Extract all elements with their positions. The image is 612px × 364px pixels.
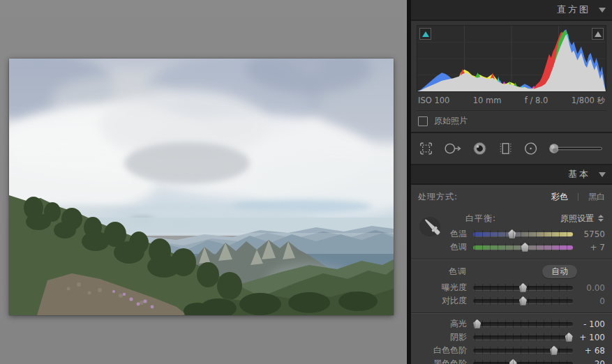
contrast-label: 对比度 (418, 295, 467, 307)
shadows-label: 阴影 (418, 331, 467, 343)
shadows-slider[interactable] (473, 335, 573, 340)
contrast-slider-row: 对比度 0 (411, 294, 612, 308)
blacks-slider-thumb[interactable] (509, 359, 518, 364)
original-photo-label: 原始照片 (434, 115, 468, 127)
highlights-slider-thumb[interactable] (472, 319, 482, 328)
exif-focal-length: 10 mm (473, 96, 502, 106)
spot-removal-icon[interactable] (443, 139, 462, 158)
basic-panel-title: 基本 (568, 168, 590, 181)
histogram-section (411, 21, 612, 92)
right-panel: 直方图 ISO 100 10 mm f / 8.0 (411, 0, 612, 364)
whites-slider-thumb[interactable] (549, 346, 558, 355)
whites-value: + 68 (573, 346, 605, 356)
exposure-slider-thumb[interactable] (518, 283, 528, 292)
contrast-slider[interactable] (473, 299, 573, 303)
exposure-value: 0.00 (573, 283, 605, 293)
contrast-slider-thumb[interactable] (518, 296, 528, 305)
crop-tool-icon[interactable] (418, 139, 434, 158)
treatment-row: 处理方式: 彩色 黑白 (411, 187, 612, 207)
shadows-slider-row: 阴影 + 100 (411, 331, 612, 344)
highlight-clipping-indicator[interactable] (592, 28, 604, 40)
blacks-label: 黑色色阶 (418, 358, 467, 364)
shadow-clipping-indicator[interactable] (419, 28, 431, 40)
tone-section-header: 色调 自动 (411, 264, 612, 280)
treatment-option-color[interactable]: 彩色 (551, 191, 568, 203)
white-balance-preset-value: 原照设置 (560, 213, 594, 225)
contrast-value: 0 (573, 296, 605, 306)
whites-label: 白色色阶 (418, 344, 467, 356)
tool-strip (411, 132, 612, 164)
temperature-value: 5750 (573, 229, 605, 239)
treatment-option-bw[interactable]: 黑白 (588, 191, 605, 203)
photo-canvas (0, 0, 407, 364)
treatment-option-divider (578, 193, 579, 201)
exposure-slider[interactable] (473, 286, 573, 290)
lightroom-develop-window: 直方图 ISO 100 10 mm f / 8.0 (0, 0, 612, 364)
radial-filter-icon[interactable] (523, 139, 539, 158)
exif-info-row: ISO 100 10 mm f / 8.0 1/800 秒 (411, 92, 612, 110)
blacks-slider-row: 黑色色阶 - 20 (411, 357, 612, 364)
white-balance-section: 白平衡: 原照设置 色温 5750 色调 + 7 (411, 207, 612, 254)
landscape-photo (9, 59, 394, 315)
highlights-label: 高光 (418, 318, 467, 330)
tint-slider-thumb[interactable] (521, 243, 530, 252)
shadow-clipping-triangle-icon (422, 31, 429, 37)
tint-slider[interactable] (473, 245, 573, 250)
histogram-panel-title: 直方图 (557, 3, 590, 16)
temperature-slider-thumb[interactable] (507, 229, 516, 238)
basic-panel-content: 处理方式: 彩色 黑白 白平衡: 原照设置 (411, 185, 612, 364)
temperature-slider[interactable] (473, 232, 573, 236)
white-balance-preset-select[interactable]: 原照设置 (560, 213, 605, 225)
tint-label: 色调 (418, 241, 467, 253)
original-photo-checkbox[interactable] (418, 116, 428, 126)
section-divider (411, 259, 612, 259)
histogram-panel-header[interactable]: 直方图 (411, 0, 612, 21)
basic-panel-header[interactable]: 基本 (411, 164, 612, 185)
histogram[interactable] (417, 25, 606, 92)
auto-tone-button[interactable]: 自动 (542, 265, 577, 278)
tint-value: + 7 (573, 243, 605, 252)
white-balance-eyedropper-icon[interactable] (417, 211, 444, 241)
graduated-filter-icon[interactable] (498, 139, 514, 158)
shadows-value: + 100 (573, 333, 605, 342)
chevron-down-icon[interactable] (599, 8, 606, 13)
exposure-slider-row: 曝光度 0.00 (411, 281, 612, 294)
section-divider (411, 312, 612, 313)
tone-section-label: 色调 (418, 266, 467, 278)
blacks-slider[interactable] (473, 362, 573, 364)
exif-shutter: 1/800 秒 (572, 96, 605, 106)
exif-iso: ISO 100 (418, 96, 449, 106)
exposure-label: 曝光度 (418, 282, 467, 294)
exif-aperture: f / 8.0 (525, 96, 548, 106)
whites-slider-row: 白色色阶 + 68 (411, 344, 612, 357)
whites-slider[interactable] (473, 349, 573, 353)
tint-slider-row: 色调 + 7 (411, 241, 612, 254)
original-photo-row: 原始照片 (417, 110, 606, 132)
highlight-clipping-triangle-icon (595, 31, 602, 37)
adjustment-brush-icon[interactable] (548, 139, 605, 158)
highlights-slider-row: 高光 - 100 (411, 317, 612, 331)
chevron-down-icon[interactable] (599, 172, 606, 177)
updown-arrows-icon (598, 215, 604, 222)
blacks-value: - 20 (573, 359, 605, 364)
treatment-label: 处理方式: (418, 191, 458, 203)
shadows-slider-thumb[interactable] (565, 333, 574, 342)
photo-preview[interactable] (9, 59, 394, 315)
highlights-slider[interactable] (473, 322, 573, 326)
highlights-value: - 100 (573, 319, 605, 329)
red-eye-icon[interactable] (471, 139, 488, 158)
